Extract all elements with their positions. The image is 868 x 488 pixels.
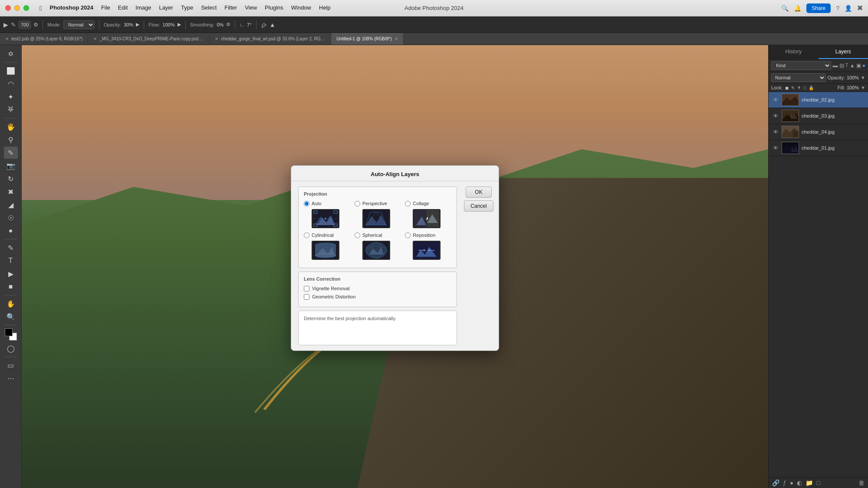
tab-close-0[interactable]: ✕ bbox=[5, 36, 9, 41]
layers-kind-select[interactable]: Kind Name Effect Mode bbox=[771, 61, 831, 70]
layer-item-2[interactable]: 👁 cheddar_04.jpg bbox=[769, 124, 868, 140]
move-tool-icon[interactable]: ▶ bbox=[3, 21, 8, 28]
new-group-icon[interactable]: 📁 bbox=[806, 479, 813, 486]
flow-value[interactable]: 100% bbox=[163, 22, 175, 27]
tool-dodge[interactable]: ● bbox=[4, 225, 18, 237]
projection-label-perspective[interactable]: Perspective bbox=[362, 201, 387, 206]
new-layer-icon[interactable]: □ bbox=[816, 479, 820, 486]
tool-lasso[interactable]: ◠ bbox=[4, 78, 18, 90]
brush-settings-icon[interactable]: ⚙ bbox=[33, 22, 38, 28]
flow-icon[interactable]: ▶ bbox=[178, 22, 181, 27]
search-icon[interactable]: 🔍 bbox=[781, 5, 789, 12]
tool-extra[interactable]: ⋯ bbox=[4, 372, 18, 384]
lock-transparent-icon[interactable]: ◼ bbox=[785, 85, 789, 90]
opacity-icon[interactable]: ▶ bbox=[136, 22, 139, 27]
projection-label-spherical[interactable]: Spherical bbox=[362, 233, 382, 238]
auto-align-dialog[interactable]: Auto-Align Layers Projection bbox=[291, 165, 499, 351]
menu-window[interactable]: Window bbox=[291, 4, 311, 12]
dialog-cancel-button[interactable]: Cancel bbox=[464, 200, 493, 212]
smoothing-value[interactable]: 0% bbox=[217, 22, 224, 27]
tab-layers[interactable]: Layers bbox=[819, 45, 868, 59]
projection-label-collage[interactable]: Collage bbox=[413, 201, 429, 206]
menu-edit[interactable]: Edit bbox=[118, 4, 128, 12]
tool-text[interactable]: T bbox=[4, 255, 18, 267]
fill-arrow-icon[interactable]: ▼ bbox=[861, 85, 865, 90]
distortion-label[interactable]: Geometric Distortion bbox=[312, 294, 355, 299]
tab-history[interactable]: History bbox=[769, 45, 819, 59]
tab-close-3[interactable]: ✕ bbox=[395, 36, 398, 41]
layer-item-3[interactable]: 👁 cheddar_01.jpg bbox=[769, 140, 868, 156]
tool-hand[interactable]: ✋ bbox=[4, 298, 18, 310]
brush-tool-icon[interactable]: ✎ bbox=[11, 21, 16, 28]
menu-layer[interactable]: Layer bbox=[159, 4, 173, 12]
lock-artboard-icon[interactable]: □ bbox=[803, 85, 806, 90]
tab-close-2[interactable]: ✕ bbox=[215, 36, 218, 41]
tool-screen-mode[interactable]: ▭ bbox=[4, 359, 18, 371]
canvas-area[interactable]: Auto-Align Layers Projection bbox=[22, 45, 768, 488]
lock-image-icon[interactable]: ✎ bbox=[791, 85, 795, 90]
tool-history-brush[interactable]: ↻ bbox=[4, 173, 18, 185]
vignette-checkbox[interactable] bbox=[304, 286, 309, 291]
layer-item-0[interactable]: 👁 cheddar_02.jpg bbox=[769, 92, 868, 108]
projection-radio-auto[interactable] bbox=[304, 201, 309, 206]
projection-label-cylindrical[interactable]: Cylindrical bbox=[312, 233, 334, 238]
apple-menu-icon[interactable]:  bbox=[39, 4, 42, 12]
tool-move[interactable]: ✡ bbox=[4, 48, 18, 60]
menu-help[interactable]: Help bbox=[319, 4, 331, 12]
opacity-value[interactable]: 30% bbox=[124, 22, 133, 27]
filter-pixel-icon[interactable]: ▬ bbox=[833, 62, 838, 69]
tab-1[interactable]: ✕ _MG_3410-CR3_DxO_DeepPRIME-Pano copy.p… bbox=[88, 33, 210, 45]
lock-all-icon[interactable]: 🔒 bbox=[809, 85, 814, 90]
help-icon[interactable]: ? bbox=[836, 5, 839, 12]
menu-photoshop[interactable]: Photoshop 2024 bbox=[49, 4, 93, 12]
tool-brush[interactable]: ✎ bbox=[4, 147, 18, 159]
menu-file[interactable]: File bbox=[101, 4, 110, 12]
tool-blur[interactable]: ☉ bbox=[4, 212, 18, 224]
menu-image[interactable]: Image bbox=[135, 4, 151, 12]
symmetry-icon[interactable]: ⌮ bbox=[261, 21, 267, 28]
tab-close-1[interactable]: ✕ bbox=[93, 36, 97, 41]
tool-gradient[interactable]: ◢ bbox=[4, 199, 18, 211]
layer-visibility-1[interactable]: 👁 bbox=[772, 113, 779, 119]
tool-eyedropper[interactable]: 🖐 bbox=[4, 121, 18, 133]
projection-radio-collage[interactable] bbox=[405, 201, 411, 206]
menu-type[interactable]: Type bbox=[181, 4, 193, 12]
new-adjustment-icon[interactable]: ◐ bbox=[797, 479, 802, 486]
add-link-icon[interactable]: 🔗 bbox=[772, 479, 779, 486]
add-mask-icon[interactable]: ● bbox=[790, 479, 793, 486]
projection-label-auto[interactable]: Auto bbox=[312, 201, 322, 206]
tab-3[interactable]: Untitled-1 @ 108% (RGB/8*) ✕ bbox=[331, 33, 403, 45]
projection-label-reposition[interactable]: Reposition bbox=[413, 233, 435, 238]
menu-filter[interactable]: Filter bbox=[224, 4, 237, 12]
lock-position-icon[interactable]: ✝ bbox=[797, 85, 801, 90]
layer-visibility-0[interactable]: 👁 bbox=[772, 97, 779, 103]
projection-radio-cylindrical[interactable] bbox=[304, 233, 309, 238]
fill-value[interactable]: 100% bbox=[847, 85, 859, 90]
brush-size-display[interactable]: 700 bbox=[19, 21, 31, 29]
projection-radio-perspective[interactable] bbox=[355, 201, 360, 206]
delete-layer-icon[interactable]: 🗑 bbox=[858, 479, 865, 486]
minimize-button[interactable] bbox=[14, 5, 20, 11]
tool-zoom[interactable]: 🔍 bbox=[4, 311, 18, 323]
notification-icon[interactable]: 🔔 bbox=[794, 5, 801, 12]
tool-pen[interactable]: ✎ bbox=[4, 242, 18, 254]
filter-toggle-icon[interactable]: ● bbox=[862, 62, 865, 69]
close-button[interactable] bbox=[5, 5, 11, 11]
maximize-button[interactable] bbox=[23, 5, 29, 11]
blend-mode-select[interactable]: Normal Multiply Screen Overlay bbox=[771, 73, 826, 82]
vignette-label[interactable]: Vignette Removal bbox=[312, 286, 350, 291]
layer-visibility-2[interactable]: 👁 bbox=[772, 129, 779, 135]
user-icon[interactable]: 👤 bbox=[845, 5, 852, 12]
airbrush-icon[interactable]: ▲ bbox=[270, 21, 276, 28]
add-style-icon[interactable]: ƒ bbox=[783, 479, 786, 486]
opacity-arrow-icon[interactable]: ▼ bbox=[861, 75, 865, 80]
tool-eraser[interactable]: ✖ bbox=[4, 186, 18, 198]
projection-radio-spherical[interactable] bbox=[355, 233, 360, 238]
tool-marquee[interactable]: ⬜ bbox=[4, 65, 18, 77]
filter-adjustment-icon[interactable]: ▤ bbox=[839, 62, 844, 69]
smoothing-options-icon[interactable]: ⚙ bbox=[226, 22, 230, 27]
layer-visibility-3[interactable]: 👁 bbox=[772, 145, 779, 151]
tool-shape[interactable]: ■ bbox=[4, 281, 18, 293]
projection-radio-reposition[interactable] bbox=[405, 233, 411, 238]
tool-quick-select[interactable]: ✦ bbox=[4, 91, 18, 103]
